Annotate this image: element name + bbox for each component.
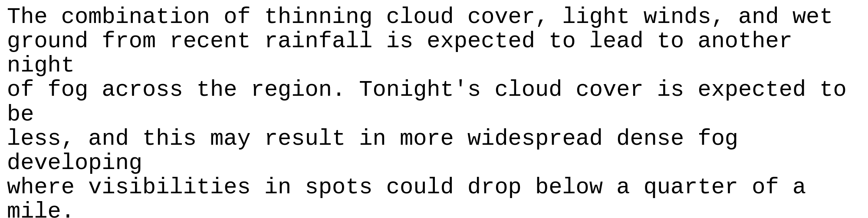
main-text-block: The combination of thinning cloud cover,…	[7, 5, 861, 218]
paragraph-1: The combination of thinning cloud cover,…	[7, 5, 861, 218]
